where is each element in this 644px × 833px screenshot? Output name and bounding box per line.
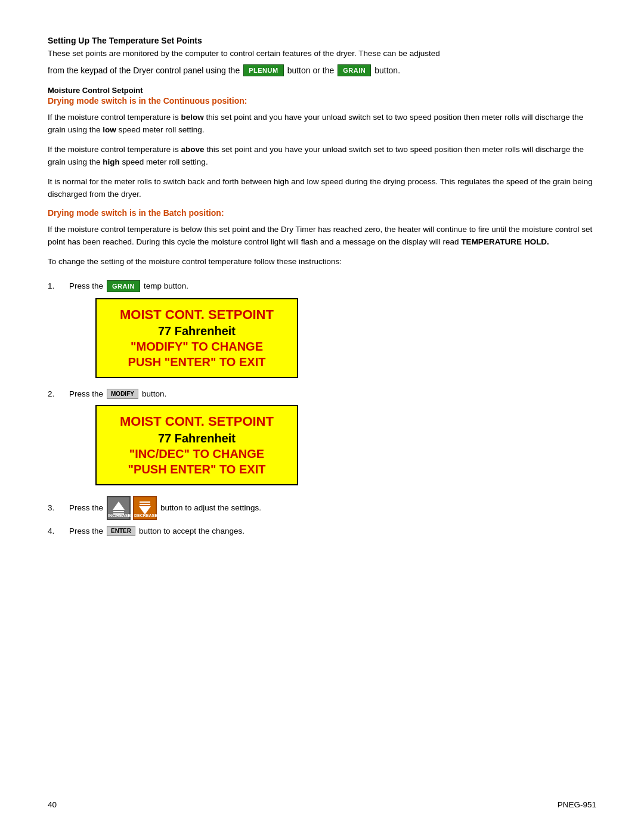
- step-2-number: 2.: [48, 389, 66, 398]
- keypad-intro-row: from the keypad of the Dryer control pan…: [48, 64, 596, 76]
- step-4-row: 4. Press the ENTER button to accept the …: [48, 526, 596, 536]
- grain-button-step1[interactable]: GRAIN: [107, 280, 140, 292]
- keypad-intro-text: from the keypad of the Dryer control pan…: [48, 66, 240, 75]
- paragraph-4: If the moisture control temperature is b…: [48, 224, 596, 249]
- step-1-pre: Press the: [69, 281, 103, 290]
- step-2-post: button.: [142, 389, 166, 398]
- decrease-button[interactable]: DECREASE: [133, 496, 157, 520]
- increase-button[interactable]: INC/REASE: [107, 496, 131, 520]
- enter-button[interactable]: ENTER: [107, 526, 135, 536]
- intro-text: These set points are monitored by the co…: [48, 48, 596, 60]
- section-title: Setting Up The Temperature Set Points: [48, 36, 596, 45]
- page-number: 40: [48, 800, 57, 809]
- display2-line2: 77 Fahrenheit: [106, 431, 287, 446]
- paragraph-1: If the moisture control temperature is b…: [48, 112, 596, 137]
- batch-heading: Drying mode switch is in the Batch posit…: [48, 208, 596, 218]
- instruction-intro: To change the setting of the moisture co…: [48, 256, 596, 268]
- step-3-pre: Press the: [69, 503, 103, 512]
- paragraph-3: It is normal for the meter rolls to swit…: [48, 176, 596, 201]
- step-4-pre: Press the: [69, 527, 103, 535]
- step-3-number: 3.: [48, 503, 66, 512]
- plenum-button[interactable]: PLENUM: [243, 64, 283, 76]
- display1-line1: MOIST CONT. SETPOINT: [106, 306, 287, 324]
- subsection-label: Moisture Control Setpoint: [48, 86, 596, 95]
- display-box-1: MOIST CONT. SETPOINT 77 Fahrenheit "MODI…: [95, 298, 298, 379]
- grain-button-header[interactable]: GRAIN: [338, 64, 371, 76]
- step-1-post: temp button.: [144, 281, 188, 290]
- display1-line2: 77 Fahrenheit: [106, 323, 287, 339]
- step-2-pre: Press the: [69, 389, 103, 398]
- step-4-number: 4.: [48, 527, 66, 535]
- display2-line4: "PUSH ENTER" TO EXIT: [106, 462, 287, 477]
- button-or-the-text: button or the: [287, 66, 335, 75]
- paragraph-2: If the moisture control temperature is a…: [48, 144, 596, 169]
- step-3-row: 3. Press the INC/REASE DECREASE button t…: [48, 496, 596, 520]
- button-text: button.: [374, 66, 400, 75]
- inc-dec-icons: INC/REASE DECREASE: [107, 496, 157, 520]
- display2-line3: "INC/DEC" TO CHANGE: [106, 446, 287, 462]
- display-box-2: MOIST CONT. SETPOINT 77 Fahrenheit "INC/…: [95, 405, 298, 485]
- continuous-heading: Drying mode switch is in the Continuous …: [48, 96, 596, 106]
- step-2-row: 2. Press the MODIFY button.: [48, 389, 596, 399]
- footer: 40 PNEG-951: [48, 800, 596, 809]
- display2-line1: MOIST CONT. SETPOINT: [106, 413, 287, 431]
- display1-line4: PUSH "ENTER" TO EXIT: [106, 354, 287, 370]
- step-4-post: button to accept the changes.: [139, 527, 244, 535]
- modify-button[interactable]: MODIFY: [107, 389, 138, 399]
- step-1-row: 1. Press the GRAIN temp button.: [48, 280, 596, 292]
- doc-id: PNEG-951: [558, 800, 596, 809]
- step-1-number: 1.: [48, 281, 66, 290]
- display1-line3: "MODIFY" TO CHANGE: [106, 339, 287, 354]
- step-3-post: button to adjust the settings.: [160, 503, 261, 512]
